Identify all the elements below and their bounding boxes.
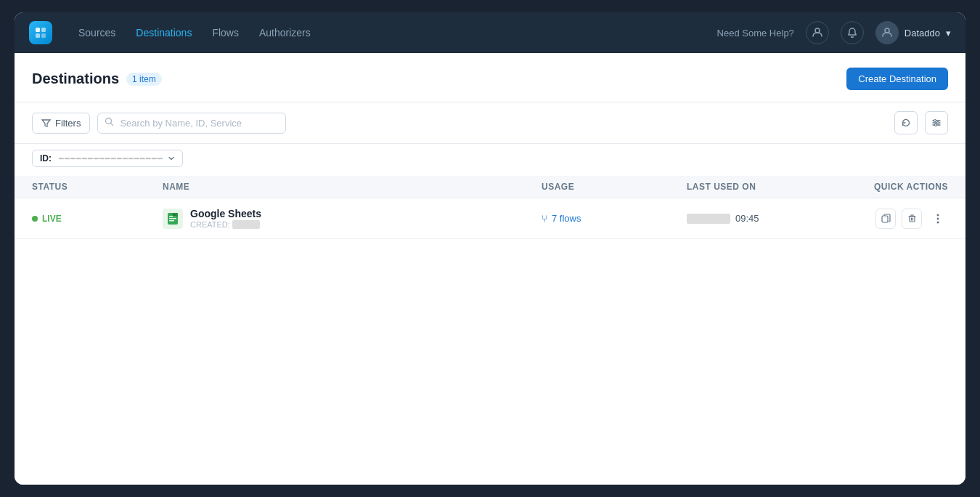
svg-rect-3 [41, 33, 46, 38]
svg-rect-15 [169, 218, 176, 219]
th-quick-actions: Quick actions [832, 182, 948, 192]
user-menu[interactable]: Dataddo ▾ [875, 21, 951, 44]
duplicate-button[interactable] [875, 209, 896, 229]
filter-bar: Filters [15, 102, 965, 144]
status-text: LIVE [42, 214, 62, 224]
create-destination-button[interactable]: Create Destination [846, 68, 948, 90]
svg-point-24 [937, 221, 939, 223]
notification-icon-button[interactable] [841, 21, 864, 44]
user-chevron-icon: ▾ [946, 28, 951, 39]
google-sheets-icon [163, 209, 183, 229]
main-window: Sources Destinations Flows Authorizers N… [15, 12, 965, 485]
svg-rect-18 [882, 216, 888, 222]
table-header: Status Name Usage Last Used On Quick act… [15, 176, 965, 198]
nav-links: Sources Destinations Flows Authorizers [70, 23, 717, 43]
svg-point-22 [937, 214, 939, 216]
nav-link-sources[interactable]: Sources [70, 23, 124, 43]
svg-rect-19 [910, 217, 915, 222]
id-filter-label: ID: [40, 153, 52, 163]
id-filter-row: ID: ━━━━━━━━━━━━━━━━━━ [15, 144, 965, 176]
user-icon-button[interactable] [806, 21, 829, 44]
id-filter-value: ━━━━━━━━━━━━━━━━━━ [59, 154, 163, 163]
nav-link-authorizers[interactable]: Authorizers [250, 23, 319, 43]
id-filter-pill[interactable]: ID: ━━━━━━━━━━━━━━━━━━ [32, 150, 183, 167]
more-options-button[interactable] [928, 209, 948, 229]
svg-point-10 [934, 120, 936, 122]
filter-button-label: Filters [55, 118, 81, 129]
destination-created: CREATED: •••• •••• [190, 220, 261, 229]
page-title: Destinations [32, 70, 119, 87]
status-dot [32, 216, 38, 222]
svg-rect-0 [36, 28, 40, 32]
username: Dataddo [905, 28, 940, 39]
search-input-wrap [97, 113, 286, 134]
svg-point-23 [937, 217, 939, 219]
svg-point-6 [106, 118, 112, 124]
svg-point-11 [937, 122, 939, 124]
th-name: Name [163, 182, 542, 192]
svg-point-12 [935, 124, 937, 126]
nav-link-destinations[interactable]: Destinations [127, 23, 200, 43]
search-input[interactable] [97, 113, 286, 134]
table-row: LIVE Google [15, 198, 965, 239]
column-settings-button[interactable] [925, 111, 948, 134]
top-navigation: Sources Destinations Flows Authorizers N… [15, 12, 965, 53]
last-used-time: 09:45 [735, 213, 759, 224]
page-title-area: Destinations 1 item [32, 70, 162, 87]
th-status: Status [32, 182, 163, 192]
svg-point-5 [885, 28, 889, 33]
topnav-right: Need Some Help? [717, 21, 951, 44]
logo-icon [29, 21, 52, 44]
filter-icon [41, 118, 51, 128]
svg-rect-1 [41, 28, 46, 32]
refresh-button[interactable] [894, 111, 918, 134]
app-logo[interactable] [29, 21, 52, 44]
filters-button[interactable]: Filters [32, 113, 90, 134]
svg-rect-16 [169, 220, 174, 222]
item-count-badge: 1 item [126, 73, 162, 86]
created-value: •••• •••• [232, 220, 260, 229]
last-used-cell: ██████, 09:45 [687, 213, 832, 224]
flows-link[interactable]: 7 flows [552, 213, 581, 224]
usage-cell: ⑂ 7 flows [542, 213, 687, 225]
name-cell: Google Sheets CREATED: •••• •••• [163, 208, 542, 229]
search-icon [105, 117, 114, 129]
svg-point-4 [815, 28, 820, 33]
th-usage: Usage [542, 182, 687, 192]
status-cell: LIVE [32, 214, 163, 224]
svg-rect-2 [36, 33, 40, 38]
th-last-used: Last Used On [687, 182, 832, 192]
id-filter-chevron-icon [168, 155, 175, 162]
page-header: Destinations 1 item Create Destination [15, 53, 965, 102]
name-info: Google Sheets CREATED: •••• •••• [190, 208, 261, 229]
flows-icon: ⑂ [542, 213, 547, 225]
quick-actions-cell [832, 209, 948, 229]
nav-link-flows[interactable]: Flows [203, 23, 248, 43]
last-used-blurred: ██████, [687, 214, 730, 224]
help-link[interactable]: Need Some Help? [717, 28, 794, 39]
main-content: Destinations 1 item Create Destination F… [15, 53, 965, 485]
user-avatar [875, 21, 899, 44]
destination-name[interactable]: Google Sheets [190, 208, 261, 219]
created-label: CREATED: [190, 220, 230, 229]
table-container: Status Name Usage Last Used On Quick act… [15, 176, 965, 485]
delete-button[interactable] [902, 209, 922, 229]
